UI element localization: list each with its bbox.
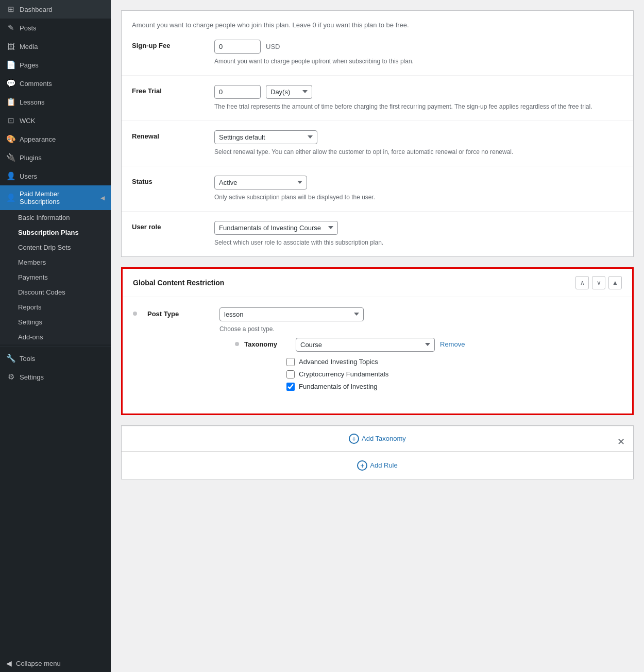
restriction-controls: ∧ ∨ ▲: [575, 276, 622, 289]
renewal-desc: Select renewal type. You can either allo…: [214, 147, 623, 157]
checkbox-item-advanced: Advanced Investing Topics: [286, 358, 465, 366]
free-trial-input[interactable]: [214, 85, 261, 99]
post-type-bullet-col: [133, 307, 137, 316]
submenu-item-add-ons[interactable]: Add-ons: [0, 330, 111, 344]
collapse-down-button[interactable]: ∨: [592, 276, 605, 289]
sidebar-label-settings: Settings: [20, 373, 44, 381]
advanced-investing-label[interactable]: Advanced Investing Topics: [299, 358, 378, 366]
plugins-icon: 🔌: [6, 153, 15, 162]
status-label: Status: [132, 176, 204, 202]
submenu-item-settings[interactable]: Settings: [0, 315, 111, 330]
add-rule-label: Add Rule: [370, 461, 397, 469]
sidebar-label-media: Media: [20, 43, 38, 50]
crypto-fundamentals-checkbox[interactable]: [286, 370, 295, 378]
restriction-title: Global Content Restriction: [133, 279, 224, 287]
sidebar-label-tools: Tools: [20, 355, 35, 363]
free-trial-row: Free Trial Day(s) Week(s) Month(s) The f…: [122, 76, 633, 121]
add-taxonomy-plus-icon: +: [349, 434, 359, 444]
collapse-arrow-left-icon: ◀: [6, 659, 12, 667]
paid-member-icon: 👤: [6, 193, 15, 202]
user-role-select[interactable]: Fundamentals of Investing Course Subscri…: [214, 221, 338, 235]
status-desc: Only active subscription plans will be d…: [214, 193, 623, 202]
collapse-menu-label: Collapse menu: [16, 660, 61, 667]
user-role-label: User role: [132, 221, 204, 247]
free-trial-group: Day(s) Week(s) Month(s): [214, 85, 623, 99]
submenu-item-reports[interactable]: Reports: [0, 300, 111, 315]
sidebar-item-tools[interactable]: 🔧 Tools: [0, 349, 111, 368]
sidebar-item-posts[interactable]: ✎ Posts: [0, 19, 111, 37]
sidebar-label-comments: Comments: [20, 80, 52, 88]
sidebar-item-plugins[interactable]: 🔌 Plugins: [0, 148, 111, 167]
submenu-item-subscription-plans[interactable]: Subscription Plans: [0, 225, 111, 240]
sidebar-label-wck: WCK: [20, 117, 35, 125]
sidebar-item-users[interactable]: 👤 Users: [0, 167, 111, 185]
sidebar-item-settings[interactable]: ⚙ Settings: [0, 368, 111, 386]
checkbox-item-fundamentals: Fundamentals of Investing: [286, 383, 465, 391]
post-type-bullet: [133, 312, 137, 316]
sidebar-item-pages[interactable]: 📄 Pages: [0, 56, 111, 74]
post-type-label: Post Type: [147, 307, 209, 318]
fundamentals-investing-label[interactable]: Fundamentals of Investing: [299, 383, 377, 390]
pages-icon: 📄: [6, 60, 15, 70]
submenu-item-members[interactable]: Members: [0, 255, 111, 270]
restriction-body: Post Type lesson post page course Choose…: [123, 297, 632, 413]
sidebar-item-wck[interactable]: ⊡ WCK: [0, 111, 111, 130]
collapse-menu-button[interactable]: ◀ Collapse menu: [0, 654, 111, 672]
remove-taxonomy-button[interactable]: Remove: [440, 338, 465, 348]
free-trial-field: Day(s) Week(s) Month(s) The free trial r…: [214, 85, 623, 111]
renewal-label: Renewal: [132, 130, 204, 157]
sidebar-item-media[interactable]: 🖼 Media: [0, 37, 111, 56]
collapse-section-button[interactable]: ▲: [608, 276, 622, 289]
status-row: Status Active Inactive Only active subsc…: [122, 166, 633, 212]
free-trial-label: Free Trial: [132, 85, 204, 111]
sidebar-item-dashboard[interactable]: ⊞ Dashboard: [0, 0, 111, 19]
sidebar-label-paid-member: Paid Member Subscriptions: [20, 190, 96, 205]
signup-fee-field: USD Amount you want to charge people upf…: [214, 40, 623, 66]
signup-fee-row: Sign-up Fee USD Amount you want to charg…: [122, 30, 633, 76]
main-content: Amount you want to charge people who joi…: [111, 0, 644, 672]
sidebar-item-paid-member[interactable]: 👤 Paid Member Subscriptions ◀: [0, 185, 111, 210]
sidebar-item-appearance[interactable]: 🎨 Appearance: [0, 130, 111, 148]
signup-fee-desc: Amount you want to charge people upfront…: [214, 57, 623, 66]
renewal-select[interactable]: Settings default Auto renewal No renewal…: [214, 130, 317, 144]
submenu-item-content-drip[interactable]: Content Drip Sets: [0, 240, 111, 255]
user-role-field: Fundamentals of Investing Course Subscri…: [214, 221, 623, 247]
plan-settings-card: Amount you want to charge people who joi…: [121, 10, 634, 257]
sidebar-label-posts: Posts: [20, 24, 37, 32]
user-role-desc: Select which user role to associate with…: [214, 238, 623, 247]
crypto-fundamentals-label[interactable]: Cryptocurrency Fundamentals: [299, 370, 388, 378]
submenu-item-basic-info[interactable]: Basic Information: [0, 210, 111, 225]
free-trial-unit-select[interactable]: Day(s) Week(s) Month(s): [266, 85, 312, 99]
sidebar-item-comments[interactable]: 💬 Comments: [0, 74, 111, 93]
top-description: Amount you want to charge people who joi…: [122, 11, 633, 30]
close-x-icon[interactable]: ✕: [617, 437, 625, 447]
signup-fee-input[interactable]: [214, 40, 261, 54]
post-type-desc: Choose a post type.: [219, 324, 465, 334]
post-type-select[interactable]: lesson post page course: [219, 307, 364, 321]
global-content-restriction-box: Global Content Restriction ∧ ∨ ▲ Post Ty…: [121, 267, 634, 415]
add-rule-button[interactable]: + Add Rule: [357, 460, 397, 471]
advanced-investing-checkbox[interactable]: [286, 358, 295, 366]
submenu-item-payments[interactable]: Payments: [0, 270, 111, 285]
sidebar-label-plugins: Plugins: [20, 154, 42, 162]
fundamentals-investing-checkbox[interactable]: [286, 383, 295, 391]
submenu-item-discount-codes[interactable]: Discount Codes: [0, 285, 111, 300]
sidebar-label-lessons: Lessons: [20, 98, 44, 106]
signup-fee-currency: USD: [266, 43, 280, 50]
taxonomy-bullet: [235, 342, 239, 346]
collapse-up-button[interactable]: ∧: [575, 276, 589, 289]
taxonomy-select[interactable]: Course Category Tag: [296, 338, 435, 352]
free-trial-desc: The free trial represents the amount of …: [214, 102, 623, 111]
taxonomy-row: Taxonomy Course Category Tag Remove: [235, 338, 465, 352]
sidebar-divider-1: [0, 347, 111, 347]
sidebar-item-lessons[interactable]: 📋 Lessons: [0, 93, 111, 111]
checkbox-item-crypto: Cryptocurrency Fundamentals: [286, 370, 465, 378]
add-taxonomy-label: Add Taxonomy: [362, 435, 406, 442]
status-select[interactable]: Active Inactive: [214, 176, 307, 189]
close-area: ✕: [617, 436, 625, 447]
appearance-icon: 🎨: [6, 134, 15, 144]
lessons-icon: 📋: [6, 97, 15, 107]
add-taxonomy-button[interactable]: + Add Taxonomy: [349, 434, 406, 444]
post-type-field: lesson post page course Choose a post ty…: [219, 307, 465, 395]
submenu: Basic Information Subscription Plans Con…: [0, 210, 111, 344]
